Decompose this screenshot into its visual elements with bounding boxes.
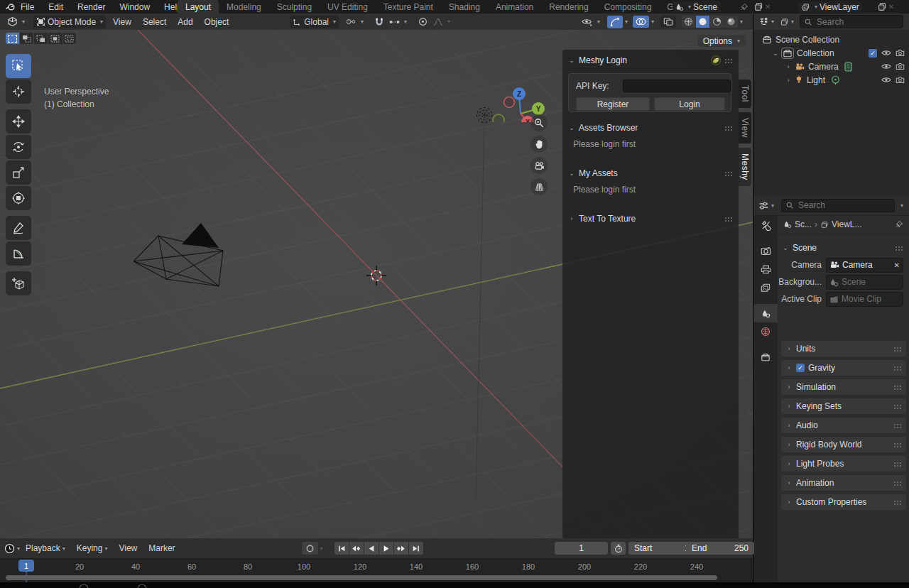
playhead[interactable]: 1 bbox=[18, 560, 34, 572]
panel-animation[interactable]: ›Animation bbox=[781, 475, 906, 491]
overlays-toggle[interactable] bbox=[633, 16, 649, 28]
hide-in-viewport-eye-icon[interactable] bbox=[881, 62, 891, 70]
current-frame-field[interactable]: 1 bbox=[555, 542, 608, 555]
select-invert-button[interactable] bbox=[48, 33, 62, 44]
chevron-right-icon[interactable]: › bbox=[785, 63, 792, 70]
panel-units[interactable]: ›Units bbox=[781, 341, 906, 356]
timeline-scrollbar[interactable] bbox=[6, 575, 717, 580]
section-header-assets-browser[interactable]: ⌄Assets Browser bbox=[568, 121, 733, 135]
next-keyframe-button[interactable] bbox=[394, 542, 408, 555]
property-field-camera[interactable]: Camera✕ bbox=[826, 258, 903, 273]
register-button[interactable]: Register bbox=[576, 97, 650, 111]
scale-tool[interactable] bbox=[6, 160, 31, 185]
timeline-menu-keying[interactable]: Keying▾ bbox=[77, 543, 108, 553]
add-cube-tool[interactable] bbox=[6, 271, 31, 295]
light-data-icon[interactable] bbox=[831, 75, 840, 85]
panel-drag-dots[interactable] bbox=[724, 126, 733, 131]
viewport-menu-object[interactable]: Object bbox=[205, 17, 229, 27]
properties-tab-viewlayer[interactable] bbox=[753, 278, 778, 297]
viewport-menu-select[interactable]: Select bbox=[143, 17, 166, 27]
frame-end-field[interactable]: End250 bbox=[686, 542, 754, 555]
viewport-menu-view[interactable]: View bbox=[113, 17, 131, 27]
properties-tab-tool[interactable] bbox=[753, 216, 778, 234]
scene-panel-header[interactable]: ⌄ Scene bbox=[778, 239, 909, 256]
options-button[interactable]: Options▾ bbox=[697, 35, 746, 47]
viewport-canvas[interactable]: User Perspective (1) Collection Options▾ bbox=[0, 30, 753, 538]
new-viewlayer-icon[interactable] bbox=[878, 2, 887, 11]
panel-drag-dots[interactable] bbox=[893, 462, 902, 467]
show-object-types-selector[interactable]: ▾ bbox=[579, 16, 603, 28]
timeline-menu-marker[interactable]: Marker bbox=[148, 543, 175, 553]
pin-id-icon[interactable] bbox=[895, 220, 903, 229]
auto-keying-toggle[interactable] bbox=[302, 542, 318, 555]
panel-drag-dots[interactable] bbox=[893, 500, 902, 505]
properties-tab-world[interactable] bbox=[753, 322, 778, 341]
panel-drag-dots[interactable] bbox=[893, 404, 902, 409]
editor-type-3d-viewport-icon[interactable]: ▾ bbox=[4, 15, 28, 28]
camera-object[interactable] bbox=[134, 223, 223, 286]
breadcrumb-scene[interactable]: Sc... bbox=[795, 219, 812, 229]
properties-tab-render[interactable] bbox=[753, 241, 778, 260]
gizmos-dropdown[interactable]: ▾ bbox=[625, 18, 628, 25]
panel-drag-dots[interactable] bbox=[724, 217, 733, 222]
timeline-menu-playback[interactable]: Playback▾ bbox=[26, 543, 65, 553]
disable-in-renders-camera-icon[interactable] bbox=[896, 76, 905, 84]
play-reverse-button[interactable] bbox=[364, 542, 379, 555]
shading-dropdown[interactable]: ▾ bbox=[740, 18, 743, 25]
properties-tab-scene[interactable] bbox=[753, 304, 778, 322]
panel-drag-dots[interactable] bbox=[724, 171, 733, 176]
select-new-button[interactable] bbox=[6, 33, 19, 44]
panel-simulation[interactable]: ›Simulation bbox=[781, 379, 906, 395]
workspace-tab-sculpting[interactable]: Sculpting bbox=[269, 0, 320, 13]
workspace-tab-texture-paint[interactable]: Texture Paint bbox=[376, 0, 441, 13]
select-extend-button[interactable] bbox=[20, 33, 33, 44]
annotate-tool[interactable] bbox=[6, 216, 31, 240]
sidebar-tab-view[interactable]: View bbox=[739, 112, 751, 143]
panel-drag-dots[interactable] bbox=[893, 385, 902, 390]
previous-keyframe-button[interactable] bbox=[349, 542, 364, 555]
select-intersect-button[interactable] bbox=[62, 33, 76, 44]
sidebar-tab-meshy[interactable]: Meshy bbox=[739, 148, 751, 186]
proportional-editing-toggle[interactable] bbox=[415, 16, 430, 28]
breadcrumb-viewlayer[interactable]: ViewL... bbox=[832, 219, 861, 229]
panel-drag-dots[interactable] bbox=[893, 423, 902, 428]
properties-tab-output[interactable] bbox=[753, 260, 778, 278]
shading-material-button[interactable] bbox=[710, 16, 724, 28]
outliner-search-input[interactable] bbox=[815, 16, 875, 28]
hide-in-viewport-eye-icon[interactable] bbox=[881, 76, 891, 84]
mode-selector[interactable]: Object Mode ▾ bbox=[33, 16, 106, 28]
blender-logo-icon[interactable] bbox=[5, 2, 16, 11]
workspace-tab-shading[interactable]: Shading bbox=[441, 0, 488, 13]
meshy-login-panel-header[interactable]: ⌄ Meshy Login bbox=[568, 55, 733, 65]
panel-keying-sets[interactable]: ›Keying Sets bbox=[781, 398, 906, 414]
section-header-my-assets[interactable]: ⌄My Assets bbox=[568, 166, 733, 180]
jump-to-end-button[interactable] bbox=[409, 542, 423, 555]
editor-type-properties-icon[interactable]: ▾ bbox=[758, 201, 774, 210]
workspace-tab-uv-editing[interactable]: UV Editing bbox=[320, 0, 376, 13]
viewport-menu-add[interactable]: Add bbox=[178, 17, 192, 27]
properties-search[interactable] bbox=[781, 199, 895, 212]
xray-toggle[interactable] bbox=[660, 16, 676, 28]
panel-custom-properties[interactable]: ›Custom Properties bbox=[781, 494, 906, 510]
panel-drag-dots[interactable] bbox=[893, 366, 902, 371]
zoom-view-button[interactable] bbox=[530, 114, 548, 131]
properties-options-dropdown[interactable]: ▾ bbox=[900, 202, 903, 209]
api-key-input[interactable] bbox=[623, 80, 731, 92]
rotate-tool[interactable] bbox=[6, 135, 31, 159]
auto-keying-dropdown[interactable]: ▾ bbox=[320, 545, 323, 552]
workspace-tab-compositing[interactable]: Compositing bbox=[597, 0, 660, 13]
property-field-backgrou-[interactable]: Scene bbox=[826, 275, 903, 290]
menu-edit[interactable]: Edit bbox=[46, 2, 65, 12]
use-preview-range-toggle[interactable] bbox=[611, 542, 626, 555]
panel-rigid-body-world[interactable]: ›Rigid Body World bbox=[781, 437, 906, 452]
outliner-row-light[interactable]: ›Light bbox=[753, 73, 909, 87]
transform-orientation-selector[interactable]: Global ▾ bbox=[290, 16, 339, 28]
hide-in-viewport-eye-icon[interactable] bbox=[881, 49, 891, 57]
panel-gravity[interactable]: ›✓Gravity bbox=[781, 360, 906, 376]
disable-in-renders-camera-icon[interactable] bbox=[896, 49, 905, 57]
select-subtract-button[interactable] bbox=[34, 33, 48, 44]
workspace-tab-layout[interactable]: Layout bbox=[178, 0, 219, 13]
panel-drag-dots[interactable] bbox=[893, 347, 902, 352]
menu-window[interactable]: Window bbox=[117, 2, 152, 12]
panel-light-probes[interactable]: ›Light Probes bbox=[781, 456, 906, 472]
